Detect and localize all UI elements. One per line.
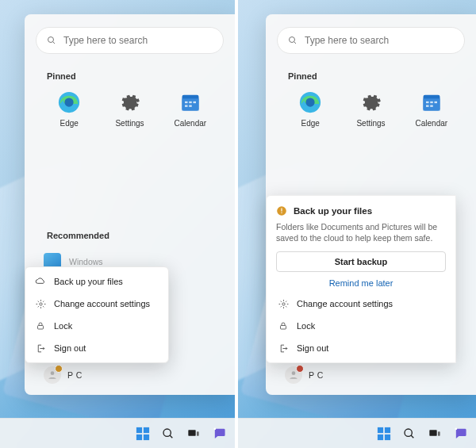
menu-item-sign-out[interactable]: Sign out	[25, 337, 168, 359]
recommended-label: Windows	[69, 257, 103, 266]
svg-rect-16	[144, 434, 149, 439]
avatar-notification-badge	[55, 365, 63, 373]
pinned-grid: Edge Settings Calendar	[36, 90, 224, 128]
svg-rect-10	[189, 105, 192, 107]
svg-rect-8	[193, 101, 196, 103]
menu-label: Lock	[297, 321, 315, 331]
sign-out-icon	[35, 343, 46, 354]
svg-rect-15	[136, 434, 142, 439]
taskbar-search-icon[interactable]	[401, 426, 417, 442]
sign-out-icon	[278, 343, 289, 354]
menu-item-lock[interactable]: Lock	[25, 315, 168, 337]
user-row[interactable]: P C	[277, 362, 465, 389]
svg-rect-28	[426, 101, 429, 103]
search-input[interactable]	[63, 35, 213, 46]
svg-rect-9	[185, 105, 188, 107]
menu-item-change-account[interactable]: Change account settings	[25, 293, 168, 315]
pinned-label: Calendar	[175, 119, 207, 128]
pinned-app-edge[interactable]: Edge	[39, 90, 99, 128]
settings-small-icon	[278, 298, 289, 309]
pinned-app-calendar[interactable]: Calendar	[160, 90, 221, 128]
svg-rect-12	[38, 326, 44, 330]
menu-item-sign-out[interactable]: Sign out	[276, 337, 446, 359]
pinned-section-label: Pinned	[288, 71, 465, 81]
gear-icon	[359, 90, 382, 114]
svg-rect-14	[144, 427, 149, 432]
chat-icon[interactable]	[452, 426, 468, 442]
svg-rect-7	[189, 101, 192, 103]
svg-rect-41	[385, 434, 390, 439]
calendar-icon	[420, 90, 443, 114]
pinned-label: Settings	[115, 119, 144, 128]
avatar	[44, 366, 61, 384]
settings-small-icon	[35, 298, 46, 309]
start-button[interactable]	[376, 426, 392, 442]
svg-rect-32	[430, 105, 433, 107]
menu-label: Lock	[54, 321, 72, 331]
pinned-app-settings[interactable]: Settings	[99, 90, 159, 128]
svg-line-1	[53, 42, 56, 44]
task-view-icon[interactable]	[427, 426, 443, 442]
pinned-app-edge[interactable]: Edge	[280, 90, 340, 128]
edge-icon	[57, 90, 81, 114]
menu-label: Back up your files	[54, 277, 123, 286]
task-view-icon[interactable]	[186, 426, 202, 442]
svg-point-17	[163, 429, 171, 436]
warning-icon	[276, 205, 287, 216]
lock-icon	[278, 320, 289, 331]
pinned-app-settings[interactable]: Settings	[340, 90, 401, 128]
avatar	[285, 366, 302, 384]
backup-description: Folders like Documents and Pictures will…	[276, 221, 446, 243]
start-menu: Pinned Edge Settings Calendar	[266, 14, 476, 395]
svg-rect-37	[281, 326, 286, 330]
svg-rect-20	[197, 431, 199, 435]
svg-rect-13	[136, 427, 142, 432]
taskbar	[238, 418, 476, 448]
pinned-grid: Edge Settings Calendar	[277, 90, 465, 128]
svg-rect-29	[430, 101, 433, 103]
menu-label: Sign out	[297, 343, 328, 353]
search-box[interactable]	[36, 27, 224, 54]
svg-point-11	[39, 302, 41, 304]
menu-label: Change account settings	[297, 299, 393, 308]
svg-rect-34	[281, 208, 282, 211]
taskbar	[0, 418, 235, 448]
search-icon	[46, 35, 57, 46]
edge-icon	[298, 90, 322, 114]
svg-rect-38	[378, 427, 383, 432]
svg-rect-45	[438, 431, 440, 435]
svg-rect-39	[385, 427, 390, 432]
start-backup-button[interactable]: Start backup	[276, 251, 446, 272]
pinned-label: Edge	[60, 119, 78, 128]
lock-icon	[35, 320, 46, 331]
search-box[interactable]	[277, 27, 465, 54]
user-name: P C	[309, 370, 324, 380]
pinned-section-label: Pinned	[47, 71, 224, 81]
gear-icon	[117, 90, 141, 114]
menu-item-lock[interactable]: Lock	[276, 315, 446, 337]
remind-later-link[interactable]: Remind me later	[276, 278, 446, 288]
svg-rect-35	[281, 212, 282, 213]
menu-item-change-account[interactable]: Change account settings	[276, 293, 446, 315]
chat-icon[interactable]	[211, 426, 227, 442]
svg-point-25	[306, 98, 315, 106]
svg-rect-44	[429, 430, 436, 435]
svg-point-21	[213, 427, 216, 430]
svg-rect-19	[188, 430, 195, 435]
start-button[interactable]	[135, 426, 151, 442]
menu-item-backup[interactable]: Back up your files	[25, 270, 168, 293]
start-menu: Pinned Edge Settings Calendar Re	[25, 14, 235, 395]
taskbar-search-icon[interactable]	[160, 426, 176, 442]
pinned-app-calendar[interactable]: Calendar	[401, 90, 462, 128]
svg-rect-6	[185, 101, 188, 103]
pinned-label: Calendar	[416, 119, 448, 128]
pinned-label: Settings	[356, 119, 385, 128]
search-input[interactable]	[305, 35, 455, 46]
user-context-menu: Back up your files Change account settin…	[25, 266, 169, 363]
backup-card: Back up your files Folders like Document…	[266, 195, 456, 363]
svg-point-36	[282, 302, 284, 304]
svg-point-46	[455, 427, 457, 430]
menu-label: Sign out	[54, 343, 86, 353]
user-row[interactable]: P C	[36, 362, 224, 389]
pinned-label: Edge	[301, 119, 319, 128]
